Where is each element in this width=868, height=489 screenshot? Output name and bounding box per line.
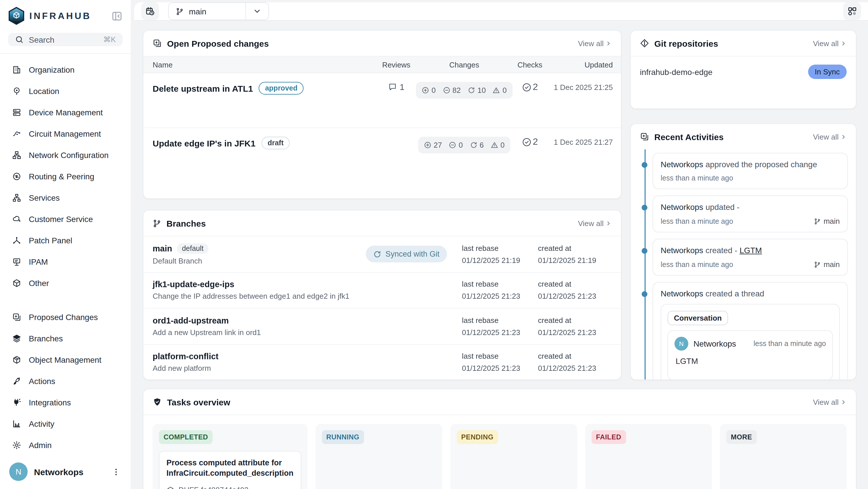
status-badge: FAILED	[592, 430, 626, 444]
view-all-link[interactable]: View all	[578, 219, 612, 228]
sidebar-item-label: Organization	[29, 65, 74, 74]
sidebar-item-services[interactable]: Services	[0, 187, 131, 208]
sidebar-item-ipam[interactable]: IP IPAM	[0, 251, 131, 272]
column-name: Name	[153, 60, 373, 69]
rebase-label: last rebase	[462, 244, 526, 253]
branch-row[interactable]: main default Default Branch Synced with …	[144, 236, 621, 272]
sidebar-item-object-management[interactable]: Object Management	[0, 349, 131, 370]
changes-summary: 27 0 6 0	[418, 137, 510, 153]
sync-status-badge: In Sync	[808, 65, 847, 79]
patch-split-icon	[11, 235, 21, 245]
sidebar-item-admin[interactable]: Admin	[0, 434, 131, 456]
git-branch-icon	[153, 219, 161, 228]
branch-name[interactable]: main	[153, 244, 172, 253]
activity-action: created a thread	[706, 289, 764, 298]
branch-name[interactable]: ord1-add-upstream	[153, 316, 229, 325]
task-column-failed: FAILED	[585, 424, 712, 489]
proposed-change-name[interactable]: Update edge IP's in JFK1	[153, 138, 255, 148]
branch-selector-value[interactable]: main	[169, 3, 245, 20]
timeline-dot-icon	[642, 291, 647, 297]
sidebar-item-network-configuration[interactable]: Network Configuration	[0, 144, 131, 166]
circuit-icon	[11, 128, 21, 138]
activity-actor: Networkops	[661, 289, 703, 298]
sidebar-item-integrations[interactable]: Integrations	[0, 392, 131, 413]
time-travel-button[interactable]	[141, 2, 159, 20]
section-title: Branches	[166, 218, 573, 228]
rebase-date: 01/12/2025 21:23	[462, 364, 526, 373]
diff-squares-icon	[11, 312, 21, 322]
sidebar-item-label: Other	[29, 278, 49, 287]
schema-workflow-button[interactable]	[843, 2, 861, 20]
chevron-right-icon	[840, 399, 847, 405]
ip-monitor-icon: IP	[11, 257, 21, 266]
branch-row[interactable]: jfk1-update-edge-ips Change the IP addre…	[144, 272, 621, 308]
rebase-label: last rebase	[462, 352, 526, 361]
task-card[interactable]: Process computed attribute for InfraCirc…	[159, 451, 301, 489]
branch-name[interactable]: jfk1-update-edge-ips	[153, 280, 235, 289]
status-badge: RUNNING	[322, 430, 364, 444]
branch-row[interactable]: platform-conflict Add new platform last …	[144, 344, 621, 380]
sidebar-item-branches[interactable]: Branches	[0, 327, 131, 349]
sidebar-item-device-management[interactable]: Device Management	[0, 102, 131, 123]
sidebar-item-location[interactable]: Location	[0, 80, 131, 102]
repository-row[interactable]: infrahub-demo-edge In Sync	[631, 56, 856, 87]
rebase-label: last rebase	[462, 316, 526, 325]
dashboard-content: Open Proposed changes View all Name Revi…	[134, 21, 868, 489]
sidebar-item-routing-peering[interactable]: Routing & Peering	[0, 166, 131, 187]
sidebar-item-other[interactable]: Other	[0, 272, 131, 293]
view-all-link[interactable]: View all	[813, 132, 847, 141]
sidebar-item-label: IPAM	[29, 257, 48, 266]
sidebar: INFRAHUB Search ⌘K Organization Location	[0, 0, 131, 489]
section-title: Tasks overview	[167, 397, 808, 407]
sidebar-item-proposed-changes[interactable]: Proposed Changes	[0, 306, 131, 327]
chevron-down-icon[interactable]	[246, 3, 269, 20]
refresh-icon	[470, 141, 477, 149]
table-row[interactable]: Update edge IP's in JFK1 draft 27 0 6	[144, 127, 621, 182]
activity-branch: main	[814, 217, 840, 226]
view-all-link[interactable]: View all	[813, 398, 847, 406]
timeline-dot-icon	[642, 205, 647, 210]
checks-count: 2	[522, 137, 538, 147]
created-label: created at	[538, 352, 608, 361]
status-badge: MORE	[726, 430, 757, 444]
sidebar-item-actions[interactable]: Actions	[0, 370, 131, 392]
sidebar-item-activity[interactable]: Activity	[0, 413, 131, 434]
view-all-link[interactable]: View all	[578, 39, 612, 48]
sidebar-item-patch-panel[interactable]: Patch Panel	[0, 230, 131, 251]
branch-row[interactable]: ord1-add-upstream Add a new Upstream lin…	[144, 308, 621, 344]
activity-time: less than a minute ago	[661, 260, 814, 268]
sidebar-item-circuit-management[interactable]: Circuit Management	[0, 123, 131, 144]
task-column-pending: PENDING	[450, 424, 577, 489]
sidebar-collapse-icon[interactable]	[111, 10, 123, 22]
user-menu[interactable]: N Networkops	[0, 456, 131, 489]
created-label: created at	[538, 244, 608, 253]
sidebar-item-label: Services	[29, 193, 60, 202]
status-badge: draft	[261, 137, 290, 149]
sidebar-item-organization[interactable]: Organization	[0, 59, 131, 80]
view-all-link[interactable]: View all	[813, 39, 847, 48]
chevron-right-icon	[606, 40, 612, 47]
sidebar-item-label: Network Configuration	[29, 150, 108, 160]
comment-card: N Networkops less than a minute ago LGTM	[668, 330, 833, 380]
column-reviews: Reviews	[373, 60, 419, 69]
proposed-change-name[interactable]: Delete upstream in ATL1	[153, 83, 253, 93]
sidebar-item-customer-service[interactable]: Customer Service	[0, 208, 131, 230]
activity-object-link[interactable]: LGTM	[740, 246, 762, 255]
reviews-count: 1	[388, 82, 405, 92]
branch-name[interactable]: platform-conflict	[153, 352, 219, 361]
activity-time: less than a minute ago	[661, 174, 840, 182]
kebab-menu-icon[interactable]	[111, 466, 122, 477]
search-input[interactable]: Search ⌘K	[8, 33, 123, 46]
recent-activities-card: Recent Activities View all Networkops ap…	[630, 123, 857, 380]
activity-actor: Networkops	[661, 246, 703, 255]
section-title: Recent Activities	[654, 132, 808, 142]
task-column-running: RUNNING	[315, 424, 442, 489]
status-badge: PENDING	[457, 430, 498, 444]
activity-item-thread: Networkops created a thread Conversation…	[653, 282, 848, 380]
avatar: N	[675, 337, 688, 351]
left-column: Open Proposed changes View all Name Revi…	[143, 30, 621, 380]
infrahub-logo-icon	[8, 7, 25, 25]
rebase-date: 01/12/2025 21:23	[462, 328, 526, 337]
table-row[interactable]: Delete upstream in ATL1 approved 1	[144, 73, 621, 127]
minus-circle-icon	[449, 141, 457, 149]
